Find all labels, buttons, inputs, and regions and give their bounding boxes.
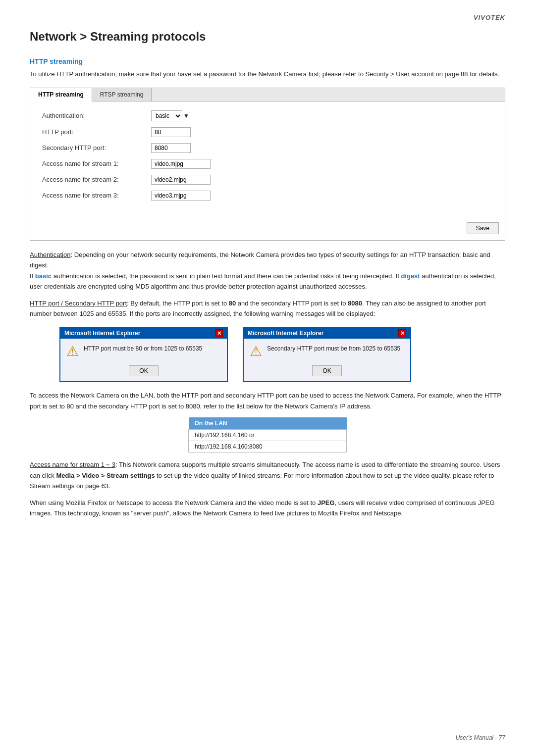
http-port-bold2: 8080	[348, 300, 362, 307]
http-port-label: HTTP port / Secondary HTTP port	[30, 300, 127, 307]
save-row: Save	[30, 218, 505, 240]
ie-dialog-1-title: Microsoft Internet Explorer	[64, 330, 140, 337]
input-stream2[interactable]	[151, 175, 211, 185]
page-title: Network > Streaming protocols	[30, 30, 505, 44]
auth-description: : Depending on your network security req…	[30, 251, 490, 269]
lan-table-row-1: http://192.168.4.160 or	[189, 430, 347, 441]
auth-basic-rest: authentication is selected, the password…	[52, 272, 401, 280]
section-heading: HTTP streaming	[30, 57, 505, 65]
ie-dialog-1-ok[interactable]: OK	[129, 365, 158, 376]
form-row-stream3: Access name for stream 3:	[42, 191, 493, 201]
brand-label: VIVOTEK	[474, 14, 505, 21]
ie-dialog-2: Microsoft Internet Explorer ✕ ⚠ Secondar…	[243, 327, 411, 382]
http-port-bold1: 80	[229, 300, 236, 307]
ie-dialog-2-icon: ⚠	[250, 345, 262, 358]
lan-table-header: On the LAN	[189, 417, 347, 430]
label-auth: Authentication:	[42, 112, 151, 119]
form-row-secondary-port: Secondary HTTP port:	[42, 143, 493, 153]
form-row-auth: Authentication: basic digest ▼	[42, 110, 493, 121]
ie-dialog-2-body: ⚠ Secondary HTTP port must be from 1025 …	[244, 339, 410, 362]
label-http-port: HTTP port:	[42, 128, 151, 136]
ie-dialog-1-icon: ⚠	[66, 345, 79, 358]
label-stream2: Access name for stream 2:	[42, 176, 151, 183]
ie-dialog-1: Microsoft Internet Explorer ✕ ⚠ HTTP por…	[59, 327, 228, 382]
input-http-port[interactable]	[151, 127, 191, 137]
mozilla-bold: JPEG	[318, 499, 335, 506]
form-row-stream1: Access name for stream 1:	[42, 159, 493, 169]
input-stream3[interactable]	[151, 191, 211, 201]
access-name-bold: Media > Video > Stream settings	[56, 472, 155, 479]
auth-digest-word: digest	[401, 272, 420, 280]
access-name-label: Access name for stream 1 ~ 3	[30, 461, 115, 468]
auth-basic-intro: If	[30, 272, 35, 280]
page-footer: User's Manual - 77	[456, 734, 505, 741]
form-row-stream2: Access name for stream 2:	[42, 175, 493, 185]
form-row-http-port: HTTP port:	[42, 127, 493, 137]
ie-dialogs-container: Microsoft Internet Explorer ✕ ⚠ HTTP por…	[59, 327, 505, 382]
label-stream1: Access name for stream 1:	[42, 160, 151, 167]
input-stream1[interactable]	[151, 159, 211, 169]
lan-access-text: To access the Network Camera on the LAN,…	[30, 390, 505, 411]
streaming-panel: HTTP streaming RTSP streaming Authentica…	[30, 88, 505, 241]
mozilla-para: When using Mozilla Firefox or Netscape t…	[30, 498, 505, 519]
ie-dialog-2-close[interactable]: ✕	[398, 329, 406, 337]
label-stream3: Access name for stream 3:	[42, 192, 151, 199]
lan-table-row-2: http://192.168.4.160:8080	[189, 441, 347, 453]
mozilla-text1: When using Mozilla Firefox or Netscape t…	[30, 499, 318, 506]
select-auth[interactable]: basic digest	[151, 110, 182, 121]
ie-dialog-1-titlebar: Microsoft Internet Explorer ✕	[60, 328, 227, 339]
ie-dialog-2-footer: OK	[244, 362, 410, 381]
tab-rtsp-streaming[interactable]: RTSP streaming	[92, 88, 152, 101]
ie-dialog-2-message: Secondary HTTP port must be from 1025 to…	[267, 345, 404, 353]
lan-table: On the LAN http://192.168.4.160 or http:…	[188, 417, 347, 453]
auth-basic-word: basic	[35, 272, 52, 280]
save-button[interactable]: Save	[467, 222, 499, 234]
tab-http-streaming[interactable]: HTTP streaming	[30, 88, 92, 101]
ie-dialog-2-title: Microsoft Internet Explorer	[248, 330, 323, 337]
http-port-text: : By default, the HTTP port is set to	[127, 300, 229, 307]
http-port-text2: and the secondary HTTP port is set to	[236, 300, 348, 307]
auth-label: Authentication	[30, 251, 70, 258]
panel-body: Authentication: basic digest ▼ HTTP port…	[30, 101, 505, 218]
auth-description-para: Authentication: Depending on your networ…	[30, 250, 505, 292]
ie-dialog-1-message: HTTP port must be 80 or from 1025 to 655…	[84, 345, 221, 353]
ie-dialog-2-titlebar: Microsoft Internet Explorer ✕	[244, 328, 410, 339]
ie-dialog-1-body: ⚠ HTTP port must be 80 or from 1025 to 6…	[60, 339, 227, 362]
input-secondary-port[interactable]	[151, 143, 191, 153]
tab-bar: HTTP streaming RTSP streaming	[30, 88, 505, 101]
ie-dialog-1-close[interactable]: ✕	[215, 329, 223, 337]
label-secondary-port: Secondary HTTP port:	[42, 144, 151, 151]
ie-dialog-1-footer: OK	[60, 362, 227, 381]
intro-text: To utilize HTTP authentication, make sur…	[30, 69, 505, 80]
access-name-para: Access name for stream 1 ~ 3: This Netwo…	[30, 459, 505, 491]
ie-dialog-2-ok[interactable]: OK	[312, 365, 341, 376]
http-port-para: HTTP port / Secondary HTTP port: By defa…	[30, 298, 505, 319]
